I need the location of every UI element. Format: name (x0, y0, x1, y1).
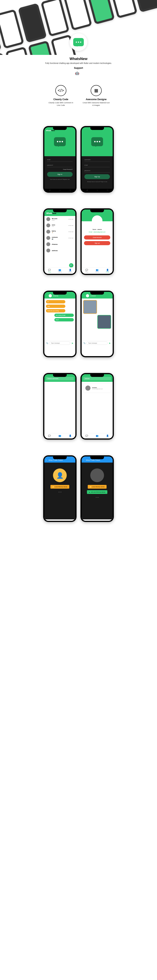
phone-profile: Name : zakaria Email : zakaria@gmail.com… (80, 208, 114, 275)
upload-image-button[interactable]: ☁UPLOAD PROFILE IMAGE (87, 490, 107, 494)
nav-profile[interactable]: 👤 (102, 434, 113, 437)
features-row: </> Cleanly Code Cleanly Code With Comme… (0, 79, 157, 118)
loaded-avatar (90, 468, 104, 482)
register-link[interactable]: Don't have an account? Register now (47, 179, 73, 180)
signout-button[interactable]: Sign out (84, 241, 110, 245)
nav-profile[interactable]: 👤 (65, 434, 75, 437)
email-field[interactable]: email (47, 158, 73, 162)
profile-avatar (92, 215, 103, 226)
back-icon[interactable]: ← (83, 295, 85, 297)
nav-chats[interactable]: 💬Chats (44, 269, 55, 273)
send-icon[interactable]: ➤ (70, 342, 75, 345)
photo-msg-in[interactable] (83, 300, 97, 314)
app-name: WhatsNew (8, 57, 149, 61)
msg-out: am doing Great (54, 313, 74, 317)
setup-title: Setup Profile Picture (86, 459, 100, 461)
setup-title: Setup Profile Picture (48, 459, 63, 461)
nav-profile[interactable]: 👤Profile (65, 269, 75, 273)
nav-friends[interactable]: 👥 (92, 434, 103, 437)
app-logo (70, 33, 87, 51)
forgot-link[interactable]: Forgot Password? (47, 169, 73, 170)
conv-name: rihanna (53, 295, 58, 297)
nav-profile[interactable]: 👤Profile (102, 269, 113, 273)
chat-item[interactable]: rihanna (44, 241, 75, 247)
photo-msg-out[interactable] (97, 315, 111, 329)
profile-email: Email : zakaria@gmail.com (84, 231, 110, 233)
signin-button[interactable]: Sign In (47, 172, 73, 177)
msg-out: hbu? (54, 318, 74, 321)
chat-item[interactable]: 50 centwsapa day ago (44, 216, 75, 222)
search-input[interactable]: Search username... (46, 377, 74, 380)
chat-item[interactable]: eminem📷a day ago (44, 235, 75, 241)
attach-icon[interactable]: 📎 (82, 342, 87, 344)
conv-name: eminem (90, 295, 96, 297)
android-icon: 🤖 (75, 71, 79, 75)
check-icon[interactable]: ✓ (46, 459, 47, 461)
phone-setup-default: ✓Setup Profile Picture 👤 📁LOAD PROFILE I… (43, 455, 77, 522)
nav-chats[interactable]: 💬 (82, 434, 92, 437)
chat-item[interactable]: zarkoss (44, 247, 75, 254)
username-field[interactable]: username (84, 158, 110, 162)
profile-name: Name : zakaria (84, 229, 110, 230)
phone-signup: username email password Sign Up Already … (80, 126, 114, 192)
message-input[interactable] (49, 341, 70, 345)
phone-signin: WhatsNew email password Forgot Password?… (43, 126, 77, 192)
feature-desc: Creat With Awesome Material Icon & Image… (82, 102, 110, 107)
search-input[interactable]: eminem (83, 377, 111, 380)
feature-title: Awesome Designe (82, 98, 110, 101)
chat-item[interactable]: zoronania day ago (44, 222, 75, 229)
nav-friends[interactable]: 👥Friends (92, 269, 103, 273)
search-result-item[interactable]: eminememinem@gmail.com (83, 383, 111, 393)
email-field[interactable]: email (84, 163, 110, 167)
chat-item[interactable]: barry🏃a day ago (44, 229, 75, 235)
back-icon[interactable]: ← (46, 295, 48, 297)
check-icon[interactable]: ✓ (83, 459, 85, 461)
msg-in: hi (46, 300, 65, 304)
password-field[interactable]: password (47, 163, 73, 167)
hero-section (0, 0, 157, 55)
attach-icon[interactable]: 📎 (45, 342, 49, 344)
intro-section: WhatsNew Fully functional chatting app d… (0, 55, 157, 79)
phone-search-result: eminem eminememinem@gmail.com 💬 👥 👤 (80, 373, 114, 440)
close-account-button[interactable]: Close Account (84, 235, 110, 240)
nav-chats[interactable]: 💬Chats (82, 269, 92, 273)
signin-link[interactable]: Already have an account? Sign In now (84, 181, 110, 182)
phone-setup-loaded: ✓Setup Profile Picture 📁LOAD PROFILE IMA… (80, 455, 114, 522)
load-image-button[interactable]: 📁LOAD PROFILE IMAGE (50, 485, 69, 488)
nav-friends[interactable]: 👥 (55, 434, 65, 437)
design-icon: ▦ (91, 85, 102, 96)
feature-title: Cleanly Code (47, 98, 75, 101)
msg-in: how are you doing (46, 309, 65, 312)
message-input[interactable] (87, 341, 107, 345)
phone-chatlist: WhatsNew 50 centwsapa day ago zoronania … (43, 208, 77, 275)
password-field[interactable]: password (84, 169, 110, 173)
phone-conv-text: ←rihanna hi sap how are you doing am doi… (43, 291, 77, 357)
phone-conv-photo: ←eminem 📎➤ (80, 291, 114, 357)
code-icon: </> (55, 85, 66, 96)
app-tagline: Fully functional chatting app developed … (8, 62, 149, 65)
feature-desc: Cleanly Code With Comment In Line Code (47, 102, 75, 107)
send-icon[interactable]: ➤ (107, 342, 112, 345)
default-avatar: 👤 (53, 468, 67, 482)
nav-chats[interactable]: 💬 (44, 434, 55, 437)
load-image-button[interactable]: 📁LOAD PROFILE IMAGE (88, 485, 107, 488)
support-label: Support (8, 67, 149, 69)
msg-in: sap (46, 305, 65, 308)
signup-button[interactable]: Sign Up (84, 174, 110, 179)
nav-friends[interactable]: 👥Friends (55, 269, 65, 273)
search-fab[interactable]: 🔍 (69, 263, 74, 267)
phone-search-empty: Search username... 💬 👥 👤 (43, 373, 77, 440)
